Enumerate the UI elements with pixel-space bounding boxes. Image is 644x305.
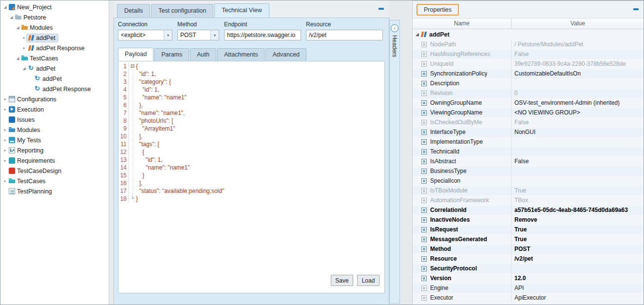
property-row-description[interactable]: Description bbox=[413, 78, 644, 88]
property-value[interactable]: API bbox=[511, 283, 644, 293]
tree-item-addpet-response[interactable]: addPet Response bbox=[0, 84, 109, 94]
property-row-isrequest[interactable]: IsRequest True bbox=[413, 225, 644, 234]
property-row-viewinggroupname[interactable]: ViewingGroupName <NO VIEWING GROUP> bbox=[413, 108, 644, 117]
tree-expander-icon[interactable]: ◢ bbox=[15, 56, 20, 60]
fold-marker-icon[interactable] bbox=[129, 86, 136, 94]
tree-item-configurations[interactable]: ▸ Configurations bbox=[0, 94, 109, 104]
tree-item-modules[interactable]: ▸ Modules bbox=[0, 125, 109, 135]
property-row-inactivenodes[interactable]: InactiveNodes Remove bbox=[413, 215, 644, 225]
property-value[interactable]: True bbox=[511, 234, 644, 244]
property-value[interactable] bbox=[511, 78, 644, 88]
fold-marker-icon[interactable] bbox=[129, 140, 136, 148]
connection-select[interactable]: <explicit> ▾ bbox=[118, 30, 172, 40]
code-line-17[interactable]: 17 "status": "available;pending;sold" bbox=[118, 187, 384, 195]
fold-marker-icon[interactable] bbox=[129, 148, 136, 156]
property-row-uniqueid[interactable]: UniqueId 39e92789-0633-9c4a-2280-378b56e… bbox=[413, 59, 644, 69]
tree-expander-icon[interactable]: ◢ bbox=[2, 5, 8, 9]
code-line-14[interactable]: 14 "name": "name1" bbox=[118, 164, 384, 172]
property-value[interactable]: NonGUI bbox=[511, 127, 644, 137]
fold-marker-icon[interactable] bbox=[129, 94, 136, 101]
property-row-ischeckedoutbyme[interactable]: IsCheckedOutByMe False bbox=[413, 117, 644, 127]
headers-tab-label[interactable]: Headers bbox=[391, 35, 398, 57]
code-line-6[interactable]: 6 }, bbox=[118, 101, 384, 109]
tab-technical-view[interactable]: Technical View bbox=[214, 3, 269, 18]
tab-details[interactable]: Details bbox=[117, 4, 150, 18]
property-row-correlationid[interactable]: CorrelationId a57b51e5-05dc-4eab-8465-74… bbox=[413, 205, 644, 215]
tree-expander-icon[interactable]: ▸ bbox=[2, 179, 8, 183]
payload-tab-payload[interactable]: Payload bbox=[118, 48, 153, 61]
tree-item-requirements[interactable]: ▸ Requirements bbox=[0, 155, 109, 166]
fold-marker-icon[interactable] bbox=[129, 125, 136, 133]
property-value[interactable]: True bbox=[511, 186, 644, 195]
property-row-nodepath[interactable]: NodePath / Petstore/Modules/addPet bbox=[413, 39, 644, 49]
code-line-8[interactable]: 8 "photoUrls": [ bbox=[118, 117, 384, 125]
property-value[interactable] bbox=[511, 166, 644, 176]
tree-item-issues[interactable]: Issues bbox=[0, 114, 109, 125]
tree-expander-icon[interactable]: ◢ bbox=[415, 32, 420, 37]
fold-marker-icon[interactable]: └ bbox=[129, 195, 136, 203]
payload-tab-auth[interactable]: Auth bbox=[190, 48, 216, 61]
property-row-automationframework[interactable]: AutomationFramework TBox bbox=[413, 195, 644, 205]
tree-item-testcases[interactable]: ▸ TestCases bbox=[0, 176, 109, 186]
code-line-7[interactable]: 7 "name": "name1", bbox=[118, 109, 384, 117]
tree-item-addpet[interactable]: ▸ addPet bbox=[0, 33, 109, 43]
fold-marker-icon[interactable] bbox=[129, 172, 136, 179]
properties-root-node[interactable]: ◢ addPet bbox=[413, 29, 644, 39]
tree-expander-icon[interactable]: ▸ bbox=[21, 46, 27, 50]
property-row-hasmissingreferences[interactable]: HasMissingReferences False bbox=[413, 49, 644, 59]
code-line-16[interactable]: 16 ], bbox=[118, 179, 384, 187]
tree-item-petstore[interactable]: ◢ Petstore bbox=[0, 12, 109, 22]
save-button[interactable]: Save bbox=[331, 275, 353, 286]
property-row-owninggroupname[interactable]: OwningGroupName OSV-test_environment-Adm… bbox=[413, 98, 644, 108]
property-value[interactable] bbox=[511, 137, 644, 147]
fold-marker-icon[interactable] bbox=[129, 179, 136, 187]
property-value[interactable] bbox=[511, 176, 644, 186]
fold-marker-icon[interactable] bbox=[129, 187, 136, 195]
tree-item-testplanning[interactable]: TestPlanning bbox=[0, 186, 109, 196]
tree-item-testcasedesign[interactable]: TestCaseDesign bbox=[0, 166, 109, 176]
code-line-3[interactable]: 3 "category": { bbox=[118, 78, 384, 86]
property-row-implementationtype[interactable]: ImplementationType bbox=[413, 137, 644, 147]
property-value[interactable]: 0 bbox=[511, 88, 644, 98]
payload-tab-advanced[interactable]: Advanced bbox=[265, 48, 306, 61]
code-line-2[interactable]: 2 "id": 1, bbox=[118, 70, 384, 78]
property-value[interactable] bbox=[511, 147, 644, 156]
payload-editor[interactable]: 1 ⊟ { 2 "id": 1, 3 "category": { bbox=[118, 61, 385, 293]
fold-marker-icon[interactable] bbox=[129, 133, 136, 140]
property-value[interactable]: / Petstore/Modules/addPet bbox=[511, 39, 644, 49]
fold-marker-icon[interactable] bbox=[129, 109, 136, 117]
tree-expander-icon[interactable]: ◢ bbox=[15, 25, 20, 30]
property-row-specialicon[interactable]: SpecialIcon bbox=[413, 176, 644, 186]
tree-item-addpet-response[interactable]: ▸ addPet Response bbox=[0, 43, 109, 53]
code-line-12[interactable]: 12 { bbox=[118, 148, 384, 156]
resource-input[interactable] bbox=[306, 30, 383, 40]
tree-expander-icon[interactable]: ▸ bbox=[2, 97, 8, 101]
tree-expander-icon[interactable]: ▸ bbox=[2, 158, 8, 163]
load-button[interactable]: Load bbox=[357, 275, 379, 286]
property-value[interactable]: 39e92789-0633-9c4a-2280-378b56e528de bbox=[511, 59, 644, 69]
tree-expander-icon[interactable]: ▸ bbox=[2, 138, 8, 142]
tree-item-modules[interactable]: ◢ Modules bbox=[0, 22, 109, 33]
chevron-down-icon[interactable]: ▾ bbox=[164, 30, 172, 40]
fold-marker-icon[interactable] bbox=[129, 78, 136, 86]
tree-item-my-tests[interactable]: ▸ My Tests bbox=[0, 135, 109, 145]
code-line-9[interactable]: 9 "ArrayItem1" bbox=[118, 125, 384, 133]
tree-item-new-project[interactable]: ◢ New_Project bbox=[0, 2, 109, 12]
property-row-engine[interactable]: Engine API bbox=[413, 283, 644, 293]
tree-item-execution[interactable]: ▸ Execution bbox=[0, 104, 109, 114]
property-row-synchronizationpolicy[interactable]: SynchronizationPolicy CustomizableDefaul… bbox=[413, 69, 644, 78]
property-row-messagesgenerated[interactable]: MessagesGenerated True bbox=[413, 234, 644, 244]
property-value[interactable]: Remove bbox=[511, 215, 644, 225]
property-value[interactable]: OSV-test_environment-Admin (inherited) bbox=[511, 98, 644, 108]
property-row-isabstract[interactable]: IsAbstract False bbox=[413, 156, 644, 166]
property-value[interactable]: False bbox=[511, 49, 644, 59]
headers-side-tab[interactable]: ‹ Headers bbox=[389, 20, 400, 304]
tree-item-reporting[interactable]: ▸ Reporting bbox=[0, 145, 109, 155]
property-row-businesstype[interactable]: BusinessType bbox=[413, 166, 644, 176]
property-value[interactable]: 12.0 bbox=[511, 273, 644, 283]
fold-marker-icon[interactable]: ⊟ bbox=[129, 62, 136, 70]
property-row-istboxmodule[interactable]: IsTBoxModule True bbox=[413, 186, 644, 195]
tree-expander-icon[interactable]: ▸ bbox=[2, 128, 8, 132]
property-value[interactable]: TBox bbox=[511, 195, 644, 205]
code-line-10[interactable]: 10 ], bbox=[118, 133, 384, 140]
